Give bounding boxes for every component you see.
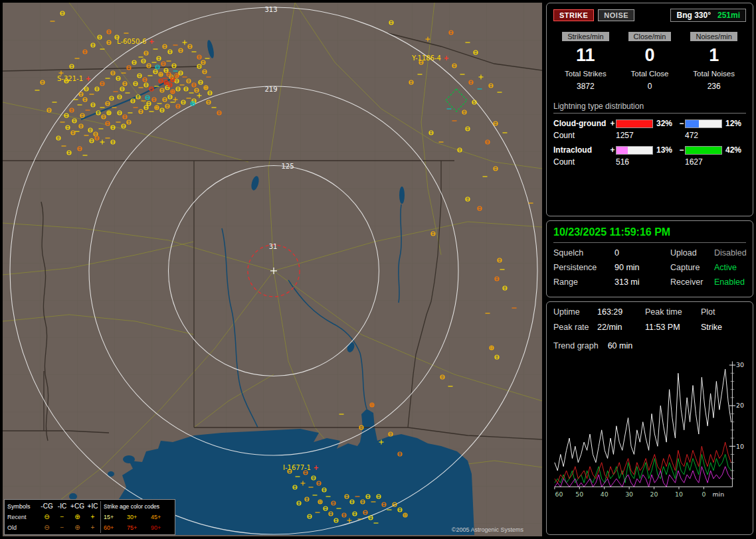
map-legend: Symbols -CG -IC +CG +IC Strike age color… <box>4 499 175 535</box>
total-strikes-label: Total Strikes <box>553 70 618 82</box>
close-column: Close/min 0 Total Close 0 <box>618 30 682 92</box>
ring-distance-label: 125 <box>281 163 294 170</box>
noise-mode-button[interactable]: NOISE <box>598 9 634 21</box>
trend-series-magenta <box>555 467 731 487</box>
cg-pos-recent-icon: ⊕ <box>70 512 85 522</box>
minus-sign: − <box>678 119 685 128</box>
ring-distance-label: 313 <box>264 6 277 13</box>
legend-age-title: Strike age color codes <box>100 501 172 512</box>
station-label: Y-1186-4 + <box>411 54 449 62</box>
total-strikes-value: 3872 <box>553 82 618 92</box>
persistence-value: 90 min <box>614 263 670 272</box>
status-grid: Squelch 0 Upload Disabled Persistence 90… <box>553 248 746 287</box>
distribution-title: Lightning type distribution <box>553 102 746 114</box>
trend-axes <box>555 361 735 489</box>
squelch-value: 0 <box>614 248 670 258</box>
bearing-distance: 251mi <box>717 11 740 20</box>
ring-distance-label: 31 <box>269 243 278 250</box>
trend-xtick-label: 50 <box>575 491 583 498</box>
cg-neg-recent-icon: ⊖ <box>39 512 54 522</box>
peak-rate-label: Peak rate <box>553 323 597 332</box>
receiver-label: Receiver <box>670 277 714 287</box>
range-label: Range <box>553 277 614 287</box>
legend-symbols-header: Symbols <box>7 501 39 512</box>
cg-negative-bar <box>685 119 722 128</box>
ic-positive-count: 516 <box>616 157 653 167</box>
app-root: 31321912531 L-6050-6 +S-321-1 +Y-1186-4 … <box>0 0 756 539</box>
station-label: L-6050-6 + <box>117 38 154 45</box>
trend-ytick-label: 30 <box>736 361 744 368</box>
strike-symbol <box>155 106 159 110</box>
ring-distance-label: 219 <box>264 86 277 93</box>
upload-value: Disabled <box>714 248 747 258</box>
intracloud-label: Intracloud <box>553 145 609 155</box>
ic-pos-old-icon: + <box>85 522 100 533</box>
age-30: 30+ <box>124 512 148 522</box>
ic-positive-pct: 13% <box>653 145 678 155</box>
plus-sign: + <box>609 145 616 155</box>
strike-symbol <box>490 346 494 350</box>
total-noises-value: 236 <box>682 82 746 92</box>
strike-symbol <box>171 90 175 94</box>
strike-symbol <box>175 74 179 78</box>
strike-symbol <box>107 111 111 115</box>
strike-mode-button[interactable]: STRIKE <box>553 9 594 21</box>
legend-row-old: Old <box>7 522 39 533</box>
trend-graph-label: Trend graph <box>553 341 599 350</box>
peak-rate-value: 22/min <box>597 323 645 332</box>
close-per-min-value: 0 <box>618 43 682 67</box>
persistence-label: Persistence <box>553 263 614 272</box>
cg-positive-bar <box>616 119 653 128</box>
cloud-ground-label: Cloud-ground <box>553 119 609 128</box>
trend-xtick-label: 40 <box>601 491 609 498</box>
capture-value: Active <box>714 263 747 272</box>
ic-positive-bar <box>616 146 653 155</box>
age-90: 90+ <box>148 522 172 533</box>
lightning-map[interactable]: 31321912531 L-6050-6 +S-321-1 +Y-1186-4 … <box>3 3 542 536</box>
timestamp: 10/23/2025 11:59:16 PM <box>553 226 746 238</box>
ic-pos-recent-icon: + <box>85 512 100 522</box>
noises-per-min-value: 1 <box>682 43 746 67</box>
strike-symbol <box>164 80 168 84</box>
intracloud-count-row: Count 516 1627 <box>553 157 746 167</box>
map-panel[interactable]: 31321912531 L-6050-6 +S-321-1 +Y-1186-4 … <box>3 3 542 536</box>
receiver-value: Enabled <box>714 277 747 287</box>
trend-graph-label-row: Trend graph 60 min <box>553 341 746 350</box>
squelch-label: Squelch <box>553 248 614 258</box>
divider <box>553 242 746 243</box>
total-close-label: Total Close <box>618 70 682 82</box>
noises-column: Noises/min 1 Total Noises 236 <box>682 30 746 92</box>
status-panel: 10/23/2025 11:59:16 PM Squelch 0 Upload … <box>546 220 753 297</box>
strike-symbol <box>403 513 407 517</box>
station-label: I-1677-1 + <box>283 464 319 471</box>
legend-cg-neg-header: -CG <box>39 501 54 512</box>
range-value: 313 mi <box>614 277 670 287</box>
sidebar: STRIKE NOISE Bng 330° 251mi Strikes/min … <box>546 3 753 536</box>
close-per-min-chip: Close/min <box>628 32 672 41</box>
station-label: S-321-1 + <box>57 75 91 82</box>
trend-xtick-label: 10 <box>675 491 683 498</box>
cg-neg-old-icon: ⊖ <box>39 522 54 533</box>
copyright: ©2005 Astrogenic Systems <box>452 526 523 533</box>
strike-symbol <box>204 86 208 90</box>
ic-count-label: Count <box>553 157 609 167</box>
trend-series-white <box>555 369 731 471</box>
strike-symbol <box>191 102 195 106</box>
uptime-label: Uptime <box>553 307 597 317</box>
noises-per-min-chip: Noises/min <box>690 32 737 41</box>
plus-sign: + <box>609 119 616 128</box>
total-noises-label: Total Noises <box>682 70 746 82</box>
trend-ytick-label: 20 <box>736 402 744 409</box>
ic-negative-bar <box>685 146 722 155</box>
ic-neg-old-icon: − <box>54 522 70 533</box>
trend-ytick-label: 10 <box>736 443 744 450</box>
uptime-value: 163:29 <box>597 307 645 317</box>
trend-graph-window: 60 min <box>608 341 633 350</box>
session-panel: Uptime 163:29 Peak time Plot Peak rate 2… <box>546 301 753 535</box>
trend-x-unit-label: min <box>712 491 724 498</box>
bearing-readout: Bng 330° 251mi <box>670 9 746 22</box>
cg-positive-count: 1257 <box>616 131 653 140</box>
cg-positive-pct: 32% <box>653 119 678 128</box>
legend-ic-neg-header: -IC <box>54 501 70 512</box>
strike-symbol <box>370 403 374 407</box>
